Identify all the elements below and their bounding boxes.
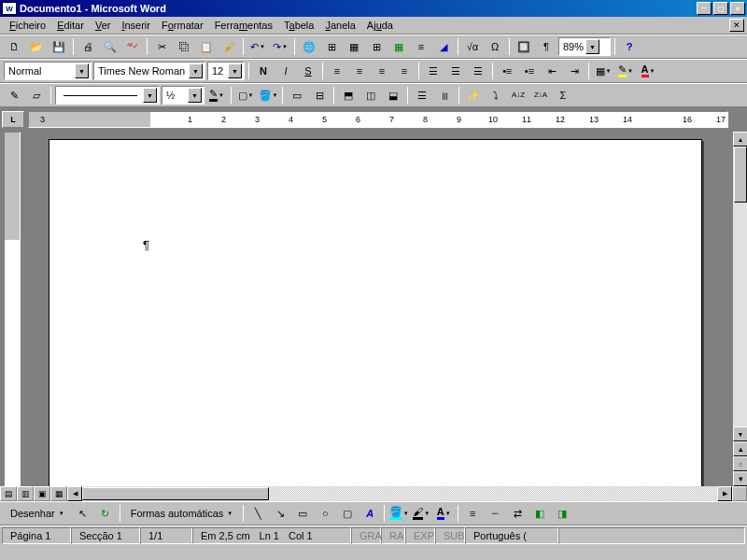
open-button[interactable]: 📂 xyxy=(26,37,47,57)
shading-color-button[interactable]: 🪣▼ xyxy=(258,86,278,105)
dash-style-button[interactable]: ┄ xyxy=(485,504,505,524)
tables-borders-button[interactable]: ▦ xyxy=(344,37,364,57)
fill-color-button[interactable]: 🪣▼ xyxy=(388,504,409,524)
menu-ficheiro[interactable]: Ficheiro xyxy=(4,18,51,33)
textbox-button[interactable]: ▢ xyxy=(337,504,358,524)
dropdown-arrow-icon[interactable]: ▼ xyxy=(189,63,203,78)
dropdown-arrow-icon[interactable]: ▼ xyxy=(188,88,202,103)
copy-button[interactable]: ⿻ xyxy=(174,37,194,57)
distribute-rows-button[interactable]: ☰ xyxy=(412,86,432,105)
browse-object-button[interactable]: ○ xyxy=(733,456,747,471)
show-marks-button[interactable]: ¶ xyxy=(536,37,557,57)
highlight-button[interactable]: ✎▼ xyxy=(615,62,636,81)
status-ext[interactable]: EXP xyxy=(405,527,435,544)
dropdown-arrow-icon[interactable]: ▼ xyxy=(228,63,242,78)
sqrt-button[interactable]: √α xyxy=(462,37,483,57)
align-left-button[interactable]: ≡ xyxy=(327,62,347,81)
menu-editar[interactable]: Editar xyxy=(51,18,90,33)
page-view-button[interactable]: ▣ xyxy=(34,486,50,501)
scroll-left-button[interactable]: ◀ xyxy=(67,486,82,501)
font-color-button[interactable]: A▼ xyxy=(638,62,658,81)
draw-table-button[interactable]: ✎ xyxy=(4,86,24,105)
excel-button[interactable]: ▦ xyxy=(388,37,409,57)
dropdown-arrow-icon[interactable]: ▼ xyxy=(585,39,599,54)
line-spacing-15-button[interactable]: ☰ xyxy=(445,62,466,81)
next-page-button[interactable]: ▾ xyxy=(733,471,747,486)
ruler-vertical[interactable] xyxy=(4,132,21,486)
redo-button[interactable]: ↷▼ xyxy=(270,37,290,57)
new-button[interactable]: 🗋 xyxy=(4,37,24,57)
status-trk[interactable]: RA xyxy=(381,527,405,544)
sort-desc-button[interactable]: Z↓A xyxy=(530,86,551,105)
document-close-button[interactable]: ✕ xyxy=(729,19,744,32)
status-lang[interactable]: Português ( xyxy=(465,527,558,544)
autosum-button[interactable]: Σ xyxy=(553,86,573,105)
maximize-button[interactable]: □ xyxy=(713,2,728,15)
align-top-button[interactable]: ⬒ xyxy=(338,86,359,105)
center-vertical-button[interactable]: ◫ xyxy=(360,86,381,105)
bullet-list-button[interactable]: •≡ xyxy=(519,62,540,81)
justify-button[interactable]: ≡ xyxy=(394,62,415,81)
help-button[interactable]: ? xyxy=(619,37,640,57)
line-weight-combo[interactable]: ½ ▼ xyxy=(162,86,204,105)
wordart-button[interactable]: A xyxy=(359,504,380,524)
scroll-down-button[interactable]: ▼ xyxy=(733,427,747,441)
hyperlink-button[interactable]: 🌐 xyxy=(299,37,319,57)
rectangle-button[interactable]: ▭ xyxy=(292,504,313,524)
web-toolbar-button[interactable]: ⊞ xyxy=(321,37,342,57)
status-ovr[interactable]: SUB xyxy=(435,527,465,544)
save-button[interactable]: 💾 xyxy=(49,37,69,57)
line-spacing-1-button[interactable]: ☰ xyxy=(423,62,444,81)
outline-view-button[interactable]: ▦ xyxy=(50,486,67,501)
increase-indent-button[interactable]: ⇥ xyxy=(564,62,585,81)
doc-map-button[interactable]: 🔲 xyxy=(514,37,534,57)
bold-button[interactable]: N xyxy=(253,62,274,81)
distribute-cols-button[interactable]: ⫼ xyxy=(434,86,455,105)
style-combo[interactable]: Normal ▼ xyxy=(4,62,92,80)
close-button[interactable]: ✕ xyxy=(730,2,745,15)
menu-inserir[interactable]: Inserir xyxy=(116,18,156,33)
print-button[interactable]: 🖨 xyxy=(78,37,98,57)
dropdown-arrow-icon[interactable]: ▼ xyxy=(143,88,157,103)
cut-button[interactable]: ✂ xyxy=(151,37,172,57)
align-center-button[interactable]: ≡ xyxy=(349,62,370,81)
drawing-button[interactable]: ◢ xyxy=(433,37,454,57)
eraser-button[interactable]: ▱ xyxy=(26,86,47,105)
scroll-track-h[interactable] xyxy=(82,486,717,501)
document-page[interactable]: ¶ xyxy=(49,139,702,486)
underline-button[interactable]: S xyxy=(298,62,318,81)
ruler-horizontal[interactable]: 3 1 2 3 4 5 6 7 8 9 10 11 12 13 14 16 17 xyxy=(28,111,728,128)
draw-menu-button[interactable]: Desenhar▼ xyxy=(4,504,71,524)
select-objects-button[interactable]: ↖ xyxy=(73,504,93,524)
split-cells-button[interactable]: ⊟ xyxy=(309,86,330,105)
align-right-button[interactable]: ≡ xyxy=(372,62,392,81)
align-bottom-button[interactable]: ⬓ xyxy=(383,86,403,105)
3d-button[interactable]: ◨ xyxy=(552,504,572,524)
font-combo[interactable]: Times New Roman ▼ xyxy=(93,62,205,80)
italic-button[interactable]: I xyxy=(275,62,296,81)
line-button[interactable]: ╲ xyxy=(247,504,268,524)
scroll-right-button[interactable]: ▶ xyxy=(717,486,732,501)
menu-ferramentas[interactable]: Ferramentas xyxy=(209,18,278,33)
omega-button[interactable]: Ω xyxy=(485,37,505,57)
text-direction-button[interactable]: ⤵ xyxy=(486,86,506,105)
free-rotate-button[interactable]: ↻ xyxy=(95,504,116,524)
columns-button[interactable]: ≡ xyxy=(411,37,431,57)
menu-janela[interactable]: Janela xyxy=(319,18,360,33)
menu-formatar[interactable]: Formatar xyxy=(156,18,209,33)
paste-button[interactable]: 📋 xyxy=(196,37,217,57)
insert-table-button[interactable]: ⊞ xyxy=(366,37,387,57)
line-spacing-2-button[interactable]: ☰ xyxy=(468,62,488,81)
outside-border-button[interactable]: ▢▼ xyxy=(235,86,256,105)
shadow-button[interactable]: ◧ xyxy=(529,504,550,524)
format-painter-button[interactable]: 🖌 xyxy=(218,37,239,57)
merge-cells-button[interactable]: ▭ xyxy=(287,86,307,105)
spellcheck-button[interactable]: ᴬᴮ✓ xyxy=(122,37,143,57)
online-view-button[interactable]: ▥ xyxy=(17,486,34,501)
arrow-style-button[interactable]: ⇄ xyxy=(507,504,528,524)
line-style-combo[interactable]: ▼ xyxy=(55,86,160,105)
borders-button[interactable]: ▦▼ xyxy=(593,62,613,81)
status-rec[interactable]: GRA xyxy=(351,527,381,544)
scroll-track-v[interactable] xyxy=(733,147,747,427)
autoshapes-button[interactable]: Formas automáticas▼ xyxy=(124,504,240,524)
